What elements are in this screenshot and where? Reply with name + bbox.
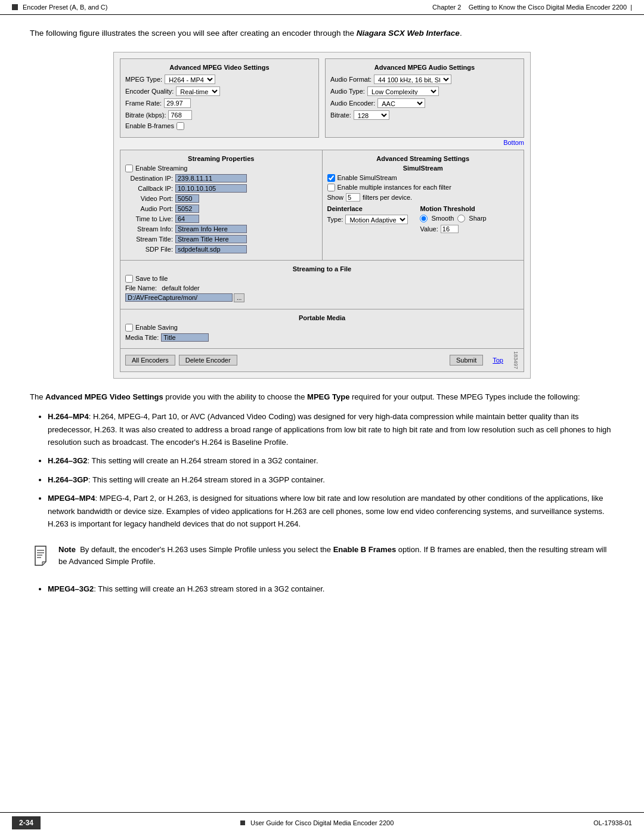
deinterlace-type-select[interactable]: Motion Adaptive [345, 215, 408, 224]
encoder-quality-select[interactable]: Real-time [176, 86, 220, 96]
deinterlace-cols: Deinterlace Type: Motion Adaptive Motion… [327, 205, 519, 235]
header-left: Encoder Preset (A, B, and C) [12, 4, 107, 11]
save-to-file-checkbox[interactable] [125, 275, 133, 283]
enable-simulstream-checkbox[interactable] [327, 174, 335, 182]
save-to-file-label: Save to file [135, 275, 168, 282]
enable-bframes-checkbox[interactable] [177, 122, 184, 130]
enable-saving-row: Enable Saving [125, 324, 519, 332]
video-port-input[interactable] [175, 194, 199, 203]
sharp-radio[interactable] [457, 215, 465, 222]
enable-bframes-label: Enable B-frames [125, 122, 174, 129]
mpeg-type-select[interactable]: H264 - MP4 [165, 75, 215, 84]
file-path-row: ... [125, 293, 519, 302]
frame-rate-input[interactable] [164, 98, 191, 108]
figure-number: 183497 [513, 351, 519, 369]
note-icon [30, 545, 51, 569]
audio-bitrate-select[interactable]: 128 [354, 110, 389, 120]
bitrate-input[interactable] [168, 110, 192, 120]
bullet-list: H.264–MP4: H.264, MPEG-4, Part 10, or AV… [48, 410, 614, 531]
time-to-live-input[interactable] [175, 215, 199, 223]
screenshot-figure: Advanced MPEG Video Settings MPEG Type: … [113, 52, 531, 379]
audio-port-row: Audio Port: [125, 205, 317, 213]
streaming-to-file-section: Streaming to a File Save to file File Na… [120, 261, 524, 309]
note-label: Note [58, 545, 76, 554]
stream-title-input[interactable] [175, 235, 247, 243]
intro-paragraph: The following figure illustrates the scr… [30, 27, 614, 40]
bullet-bold-2: H.264–3G2 [48, 456, 88, 465]
sdp-file-input[interactable] [175, 245, 247, 253]
callback-ip-input[interactable] [175, 184, 247, 193]
enable-streaming-checkbox[interactable] [125, 165, 133, 172]
media-title-input[interactable] [161, 333, 209, 342]
list-item-h264mp4: H.264–MP4: H.264, MPEG-4, Part 10, or AV… [48, 410, 614, 448]
audio-format-label: Audio Format: [330, 76, 371, 83]
threshold-value-label: Value: [420, 225, 438, 233]
destination-ip-label: Destination IP: [125, 175, 173, 182]
encoder-buttons: All Encoders Delete Encoder [125, 355, 237, 366]
enable-bframes-row: Enable B-frames [125, 122, 314, 130]
audio-encoder-select[interactable]: AAC [377, 98, 425, 108]
video-port-row: Video Port: [125, 194, 317, 203]
stream-info-input[interactable] [175, 225, 247, 233]
body-para1-pre: The [30, 392, 45, 401]
body-para1-bold2: MPEG Type [307, 392, 349, 401]
enable-multiple-checkbox[interactable] [327, 184, 335, 191]
simulstream-subtitle: SimulStream [327, 165, 519, 172]
body-paragraph-1: The Advanced MPEG Video Settings provide… [30, 391, 614, 403]
note-text: By default, the encoder's H.263 uses Sim… [80, 545, 333, 554]
audio-format-select[interactable]: 44 100 kHz, 16 bit, Ster [374, 75, 451, 84]
audio-settings-title: Advanced MPEG Audio Settings [330, 64, 519, 71]
enable-multiple-row: Enable multiple instances for each filte… [327, 184, 519, 191]
sdp-file-label: SDP File: [125, 246, 173, 253]
footer-doc-title: User Guide for Cisco Digital Media Encod… [250, 819, 394, 826]
audio-port-input[interactable] [175, 205, 199, 213]
time-to-live-label: Time to Live: [125, 215, 173, 222]
enable-simulstream-row: Enable SimulStream [327, 174, 519, 182]
bullet-text-3: : This setting will create an H.264 stre… [88, 475, 325, 484]
mpeg-type-label: MPEG Type: [125, 76, 162, 83]
footer-right-text: OL-17938-01 [593, 819, 632, 826]
submit-button[interactable]: Submit [450, 355, 483, 366]
audio-format-row: Audio Format: 44 100 kHz, 16 bit, Ster [330, 75, 519, 84]
bottom-link[interactable]: Bottom [120, 138, 524, 147]
deinterlace-title: Deinterlace [327, 205, 408, 212]
file-path-input[interactable] [125, 293, 233, 302]
body-para1-post: required for your output. These MPEG Typ… [349, 392, 580, 401]
file-browse-button[interactable]: ... [234, 293, 244, 302]
audio-bitrate-row: Bitrate: 128 [330, 110, 519, 120]
stream-info-row: Stream Info: [125, 225, 317, 233]
section-label: Encoder Preset (A, B, and C) [23, 4, 107, 11]
list-item-h264-3gp: H.264–3GP: This setting will create an H… [48, 473, 614, 486]
video-settings-title: Advanced MPEG Video Settings [125, 64, 314, 71]
list-item-mpeg4mp4: MPEG4–MP4: MPEG-4, Part 2, or H.263, is … [48, 492, 614, 530]
show-value-input[interactable] [346, 193, 360, 202]
time-to-live-row: Time to Live: [125, 215, 317, 223]
bullet-bold-4: MPEG4–MP4 [48, 494, 95, 503]
delete-encoder-button[interactable]: Delete Encoder [179, 355, 237, 366]
audio-type-select[interactable]: Low Complexity [367, 86, 439, 96]
deinterlace-section: Deinterlace Type: Motion Adaptive Motion… [327, 205, 519, 235]
body-para1-mid: provide you with the ability to choose t… [163, 392, 307, 401]
streaming-to-file-title: Streaming to a File [125, 265, 519, 272]
destination-ip-input[interactable] [175, 174, 247, 182]
intro-text2: . [460, 29, 462, 38]
audio-encoder-label: Audio Encoder: [330, 100, 375, 107]
settings-grid: Advanced MPEG Video Settings MPEG Type: … [120, 58, 524, 138]
enable-saving-checkbox[interactable] [125, 324, 133, 332]
sharp-label: Sharp [469, 215, 486, 222]
last-bullet-text: : This setting will create an H.263 stre… [94, 584, 324, 593]
audio-type-label: Audio Type: [330, 88, 365, 95]
smooth-radio[interactable] [420, 215, 428, 222]
frame-rate-row: Frame Rate: [125, 98, 314, 108]
show-filters-row: Show filters per device. [327, 193, 519, 202]
smooth-label: Smooth [431, 215, 454, 222]
threshold-value-input[interactable] [441, 225, 459, 233]
last-bullet-bold: MPEG4–3G2 [48, 584, 94, 593]
top-link[interactable]: Top [493, 357, 503, 364]
page-header: Encoder Preset (A, B, and C) Chapter 2 G… [0, 0, 644, 15]
audio-type-row: Audio Type: Low Complexity [330, 86, 519, 96]
intro-bold: Niagara SCX Web Interface [357, 29, 460, 38]
page-footer: 2-34 User Guide for Cisco Digital Media … [0, 812, 644, 833]
all-encoders-button[interactable]: All Encoders [125, 355, 175, 366]
chapter-title: Getting to Know the Cisco Digital Media … [469, 4, 627, 11]
